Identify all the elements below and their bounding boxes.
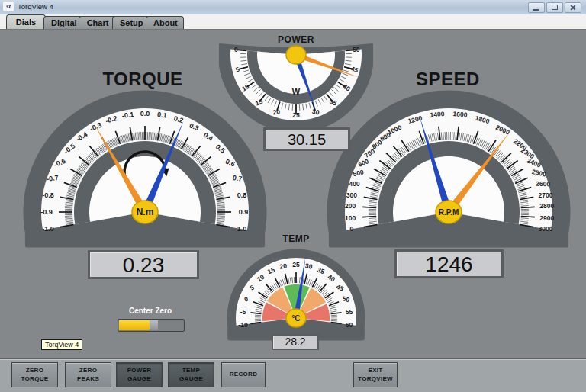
temp-tick-label: 25: [292, 261, 300, 268]
zero-torque-button[interactable]: ZERO TORQUE: [11, 362, 58, 387]
temp-gauge-button[interactable]: TEMP GAUGE: [168, 362, 214, 387]
speed-tick-label: 1600: [452, 110, 468, 119]
temp-value-display: 28.2: [272, 334, 319, 350]
temp-tick-label: -10: [238, 321, 248, 329]
speed-unit-label: R.P.M: [439, 208, 459, 217]
record-button[interactable]: RECORD: [221, 362, 266, 387]
speed-tick-label: 300: [346, 191, 357, 199]
tab-about[interactable]: About: [146, 16, 184, 29]
temp-gauge: -10-5051015202530354045505560°C: [226, 248, 366, 341]
maximize-button[interactable]: [546, 2, 563, 13]
torque-value-display: 0.23: [88, 250, 199, 279]
speed-tick-label: 2800: [539, 202, 554, 210]
temp-tick-label: 60: [346, 321, 353, 329]
tab-bar: Dials Digital Chart Setup About: [0, 14, 586, 30]
center-zero-toggle[interactable]: [118, 319, 185, 332]
torque-tick-label: 0.1: [157, 111, 168, 120]
app-icon: st: [3, 2, 14, 11]
power-tick-label: 50: [353, 46, 360, 53]
tab-digital[interactable]: Digital: [43, 16, 83, 29]
tab-dials[interactable]: Dials: [6, 14, 46, 29]
speed-tick-label: 0: [350, 225, 354, 233]
speed-tick-label: 3000: [539, 225, 553, 233]
torque-tick-label: 0.9: [239, 208, 249, 216]
torque-tick-label: 0.7: [232, 174, 243, 183]
speed-tick-label: 2700: [539, 191, 553, 199]
window-controls: [528, 2, 581, 13]
exit-torqview-button[interactable]: EXIT TORQVIEW: [353, 362, 398, 387]
torque-tick-label: -0.9: [40, 208, 53, 216]
tab-setup[interactable]: Setup: [112, 16, 150, 29]
temp-tick-label: 55: [346, 308, 353, 316]
speed-tick-label: 400: [349, 180, 360, 188]
temp-tick-label: -5: [240, 308, 246, 316]
torque-tick-label: 1.0: [237, 225, 247, 233]
torque-tick-label: 0.8: [237, 191, 247, 199]
power-tick-label: 25: [292, 111, 300, 119]
torque-tick-label: -0.7: [46, 174, 59, 183]
power-gauge: 05101520253035404550W: [218, 32, 374, 134]
torque-tick-label: 0.0: [140, 110, 150, 117]
speed-value-display: 1246: [394, 249, 504, 278]
power-hub: [286, 46, 306, 64]
speed-tick-label: 100: [345, 214, 356, 222]
tab-chart[interactable]: Chart: [79, 16, 117, 29]
dials-panel: TORQUE SPEED POWER TEMP -1.0-0.9-0.8-0.7…: [0, 29, 586, 358]
zero-peaks-button[interactable]: ZERO PEAKS: [65, 362, 111, 387]
speed-tick-label: 2600: [536, 180, 551, 188]
speed-tick-label: 1400: [430, 110, 445, 119]
torque-tick-label: -1.0: [42, 225, 54, 233]
center-zero-toggle-on-segment: [119, 320, 150, 330]
torque-unit-label: N.m: [137, 207, 154, 217]
speed-tick-label: 2900: [539, 214, 554, 222]
center-zero-label: Center Zero: [112, 307, 188, 315]
minimize-icon: [533, 9, 539, 11]
minimize-button[interactable]: [528, 2, 545, 13]
maximize-icon: [552, 5, 558, 10]
window-title: TorqView 4: [18, 2, 53, 11]
center-zero-toggle-knob[interactable]: [150, 320, 158, 330]
title-bar[interactable]: st TorqView 4: [0, 0, 586, 14]
torque-tick-label: -0.8: [42, 191, 54, 199]
close-button[interactable]: [565, 2, 581, 13]
speed-tick-label: 200: [345, 202, 356, 210]
torque-tick-label: -0.1: [121, 111, 134, 120]
power-tick-label: 0: [234, 46, 238, 53]
torqview-tooltip: TorqView 4: [41, 339, 82, 350]
power-value-display: 30.15: [263, 127, 350, 151]
power-gauge-button[interactable]: POWER GAUGE: [116, 362, 163, 387]
temp-unit-label: °C: [291, 314, 300, 323]
bottom-toolbar: ZERO TORQUE ZERO PEAKS POWER GAUGE TEMP …: [0, 358, 586, 392]
power-unit-label: W: [292, 87, 301, 96]
